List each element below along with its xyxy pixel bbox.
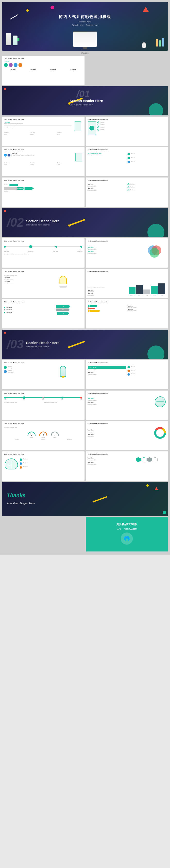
s17-p4: 2022 xyxy=(61,399,63,401)
s14-bar1 xyxy=(90,305,97,307)
s15-t2: Text hereLorem ipsum xyxy=(8,370,14,373)
s6-row2: Text here xyxy=(128,157,166,159)
s14-sub2: Lorem ipsum dolor xyxy=(128,310,166,312)
s12-axis: 2019 2020 2021 2022 2023 xyxy=(128,295,166,296)
s4-checkmark3: ✓ xyxy=(97,126,99,128)
s6-txt3: Text here xyxy=(131,161,135,162)
s8-cm1: ✓ xyxy=(128,183,129,185)
s02-deco-circle xyxy=(147,224,164,237)
s6-sub: Lorem ipsum text here xyxy=(88,154,126,156)
s10-txt1: Text Here xyxy=(88,246,146,248)
s9-line3 xyxy=(57,246,81,247)
s3-illustration xyxy=(74,122,81,131)
s16-r1: Text here xyxy=(128,366,166,368)
s03-subtitle: Lorem ipsum dolor sit amet xyxy=(26,345,59,348)
s15-r2: Text hereLorem ipsum xyxy=(4,370,42,373)
s21-r2: Text Here xyxy=(20,462,83,465)
s17-dot3 xyxy=(42,397,44,399)
slide-18: Click to edit Master title style Text He… xyxy=(86,391,168,420)
s3-text-main: Text here xyxy=(4,122,72,123)
s4-check2-txt: Text here xyxy=(100,124,105,126)
s4-check2: ✓Text here xyxy=(97,124,166,126)
promo-icon: 🌐 xyxy=(124,536,130,541)
s21-r1: Text Here xyxy=(20,459,83,461)
s12-barchart xyxy=(128,282,166,294)
s15-rocket xyxy=(60,366,66,377)
txt1: Text Here xyxy=(4,69,23,70)
svg-line-1 xyxy=(43,433,44,436)
icon-4 xyxy=(18,63,23,67)
s18-globe xyxy=(155,396,166,407)
deco-circle-pink xyxy=(50,6,54,9)
s20-s1: Lorem ipsum xyxy=(88,431,153,433)
s8-main2: Text here xyxy=(88,187,126,189)
s17-p2: 2020 xyxy=(23,399,25,401)
bottom-row: Thanks And Your Slogan Here 更多精品PPT模板 访问… xyxy=(2,482,168,552)
s03-pencil xyxy=(69,341,85,348)
s19-gauges: Gauge Gauge Gauge xyxy=(4,431,83,438)
slide-4: Click to edit Master title style ✓Text h… xyxy=(86,117,168,146)
s13-row1: Text Here xyxy=(4,307,43,308)
s19-l3: Text Here xyxy=(67,439,72,441)
s14-r2 xyxy=(88,308,126,309)
s20-pie xyxy=(154,427,166,439)
hero-title: 简约大气几何彩色通用模板 xyxy=(59,14,111,20)
promo-icon-circle: 🌐 xyxy=(121,532,133,545)
s14-main2: Text Here xyxy=(128,309,166,310)
thanks-pencil xyxy=(93,496,108,502)
s19-g3-label: Gauge xyxy=(53,437,56,438)
s21-i2 xyxy=(20,462,22,465)
s16-t2: Text here xyxy=(131,370,135,371)
promo-url: 访问→ rucai999.com xyxy=(117,527,137,531)
s19-labels: Text Here Text Here Text Here xyxy=(4,439,83,441)
s11-sub1: Lorem ipsum dolor sit amet xyxy=(4,275,42,276)
slide-13: Click to edit Master title style Text He… xyxy=(2,299,85,329)
s19-g2-label: Gauge xyxy=(42,437,45,438)
s7-row1: Text here xyxy=(4,184,17,186)
slide-3: Click to edit Master title style Text he… xyxy=(2,117,85,146)
s4-check1-txt: Text here xyxy=(100,122,105,123)
s22-s2: Lorem ipsum dolor xyxy=(88,464,127,465)
slide-1-content-label: Contents xyxy=(4,61,83,62)
s13-dot3 xyxy=(4,312,5,313)
txt3-sub: Lorem ipsum xyxy=(44,70,62,72)
s03-deco-sq xyxy=(4,332,6,334)
slide-12: Click to edit Master title style Lorem i… xyxy=(86,269,168,298)
s17-dot1 xyxy=(4,397,6,399)
s4-img xyxy=(88,122,96,135)
s12-a2: 2020 xyxy=(138,295,140,296)
s8-check1: ✓Text here xyxy=(128,183,166,185)
s02-deco-sq xyxy=(4,210,6,212)
s8-c3: Text here xyxy=(130,189,135,191)
s5-col1: Text HereLorem xyxy=(4,162,29,165)
bar4 xyxy=(151,286,158,294)
s10-sub2: Lorem ipsum dolor xyxy=(88,253,146,254)
s13-a1-txt: Text xyxy=(62,306,64,307)
s16-t3: Text here xyxy=(131,373,135,375)
slide-17: Click to edit Master title style 2019 20… xyxy=(2,391,85,420)
s03-deco-circle xyxy=(147,345,164,359)
s7-arrow2 xyxy=(4,187,16,190)
s21-brain xyxy=(5,459,18,469)
s6-row1: Text here xyxy=(128,153,166,155)
s12-sub: Lorem ipsum dolor sit amet text here xyxy=(88,287,126,289)
txt2: Text Here xyxy=(24,69,43,70)
s9-line2 xyxy=(32,246,55,247)
slide-8-title: Click to edit Master title style xyxy=(88,180,166,181)
watermark: 觅鸟图库 xyxy=(2,52,168,55)
s12-main2: Text here xyxy=(88,293,126,294)
s14-left xyxy=(88,305,126,312)
s19-l2: Text Here xyxy=(41,439,45,441)
s15-i1 xyxy=(4,366,7,369)
s13-arrows: Text Text Text xyxy=(44,305,83,315)
s17-dot4 xyxy=(61,397,63,399)
s19-sub: Lorem ipsum dolor sit amet xyxy=(4,427,83,428)
s13-t2: Text Here xyxy=(6,309,12,310)
s9-label1: Date Here xyxy=(4,251,9,252)
s20-t2: Text Here xyxy=(88,433,153,435)
s4-avatar xyxy=(89,126,94,130)
s17-l1: 2019 xyxy=(4,399,6,400)
s8-cm2: ✓ xyxy=(128,186,129,188)
s18-t1: Text Here xyxy=(88,398,153,399)
s8-sub1: Lorem ipsum dolor xyxy=(88,186,126,187)
